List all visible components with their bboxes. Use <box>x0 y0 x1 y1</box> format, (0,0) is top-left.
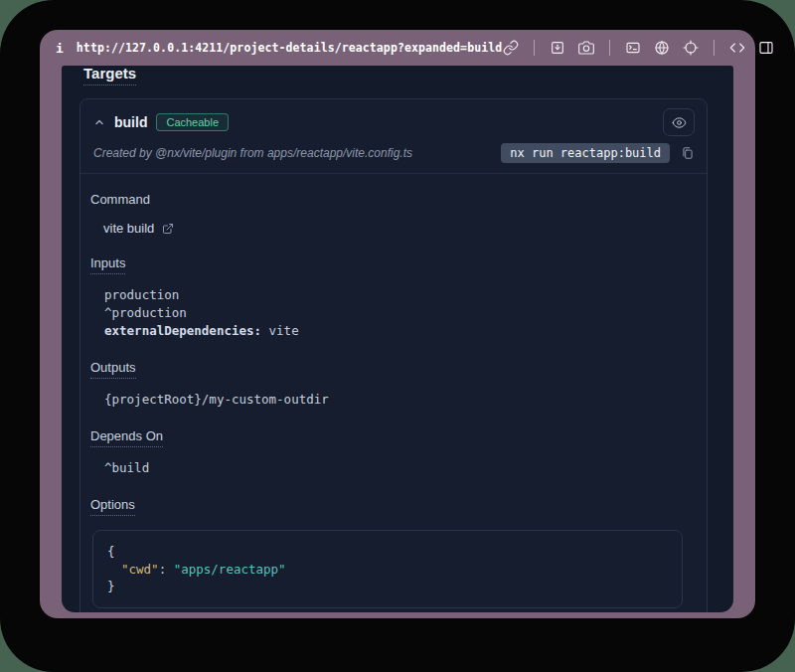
crosshair-icon[interactable] <box>682 39 700 57</box>
json-brace-open: { <box>107 543 668 561</box>
terminal-icon[interactable] <box>624 39 642 57</box>
cacheable-badge[interactable]: Cacheable <box>156 113 229 131</box>
chevron-up-icon[interactable] <box>93 116 105 128</box>
command-value[interactable]: vite build <box>103 221 154 236</box>
inputs-section: Inputs production^productionexternalDepe… <box>90 253 695 340</box>
json-value: "apps/reactapp" <box>174 562 286 577</box>
created-by-text: Created by @nx/vite/plugin from apps/rea… <box>93 146 501 160</box>
options-section: Options {"cwd": "apps/reactapp"} <box>90 495 695 608</box>
import-box-icon[interactable] <box>549 39 566 57</box>
run-command-chip: nx run reactapp:build <box>501 143 670 163</box>
json-line-cwd: "cwd": "apps/reactapp" <box>107 561 668 579</box>
depends-on-item: ^build <box>104 459 695 477</box>
browser-window: i http://127.0.0.1:4211/project-details/… <box>40 30 755 618</box>
outputs-section: Outputs {projectRoot}/my-custom-outdir <box>90 358 695 409</box>
clipboard-icon <box>681 146 695 160</box>
outputs-label[interactable]: Outputs <box>90 360 136 379</box>
inputs-list: production^productionexternalDependencie… <box>104 286 695 340</box>
targets-heading: Targets <box>83 66 708 85</box>
created-by-row: Created by @nx/vite/plugin from apps/rea… <box>80 138 707 174</box>
eye-icon <box>672 115 687 130</box>
depends-on-list: ^build <box>104 459 695 477</box>
url-text[interactable]: http://127.0.0.1:4211/project-details/re… <box>77 41 502 55</box>
input-item: ^production <box>104 304 695 322</box>
options-code-block: {"cwd": "apps/reactapp"} <box>92 530 683 608</box>
code-icon[interactable] <box>728 39 746 57</box>
depends-on-label[interactable]: Depends On <box>90 428 163 447</box>
outputs-list: {projectRoot}/my-custom-outdir <box>104 391 695 409</box>
external-link-icon[interactable] <box>162 223 174 235</box>
toolbar-divider <box>609 40 610 56</box>
input-kv-key: externalDependencies: <box>104 323 261 338</box>
target-card-build: build Cacheable Created by @nx/vite/plug… <box>80 98 708 612</box>
json-brace-close: } <box>107 578 668 595</box>
output-item: {projectRoot}/my-custom-outdir <box>104 391 695 409</box>
inputs-label[interactable]: Inputs <box>90 255 125 274</box>
view-target-graph-button[interactable] <box>663 108 695 136</box>
project-details-page: Targets build Cacheable <box>62 66 733 612</box>
depends-on-section: Depends On ^build <box>90 426 695 477</box>
input-item: production <box>104 286 695 304</box>
screenshot-backdrop: i http://127.0.0.1:4211/project-details/… <box>0 0 795 672</box>
link-icon[interactable] <box>502 39 520 57</box>
command-label: Command <box>90 192 150 207</box>
browser-toolbar: i http://127.0.0.1:4211/project-details/… <box>40 30 755 66</box>
command-value-row: vite build <box>103 221 695 236</box>
target-name: build <box>114 114 147 130</box>
toolbar-divider <box>534 40 535 56</box>
globe-icon[interactable] <box>653 39 671 57</box>
input-item-kv: externalDependencies: vite <box>104 322 695 340</box>
browser-viewport[interactable]: Targets build Cacheable <box>62 66 733 612</box>
camera-icon[interactable] <box>577 39 595 57</box>
info-icon: i <box>56 41 64 56</box>
options-label[interactable]: Options <box>90 497 135 516</box>
toolbar-icons <box>502 39 775 57</box>
split-panel-icon[interactable] <box>757 39 775 57</box>
copy-command-button[interactable] <box>681 146 695 160</box>
build-card-header[interactable]: build Cacheable <box>80 99 707 138</box>
build-card-body: Command vite build Inputs production^pro… <box>80 174 707 612</box>
toolbar-divider <box>714 40 715 56</box>
json-key: "cwd" <box>121 562 159 577</box>
input-kv-value: vite <box>261 323 299 338</box>
command-section: Command vite build <box>90 190 695 236</box>
targets-heading-text[interactable]: Targets <box>83 66 136 85</box>
json-separator: : <box>159 562 174 577</box>
